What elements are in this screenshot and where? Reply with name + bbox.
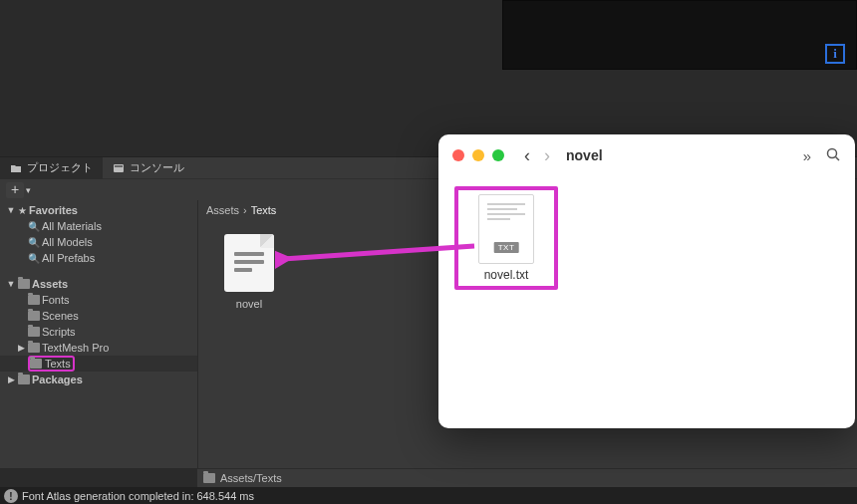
info-icon[interactable]: i (825, 44, 845, 64)
item-label: Scenes (42, 310, 79, 322)
item-label: Texts (45, 358, 71, 370)
nav-back-button[interactable]: ‹ (524, 145, 530, 166)
add-menu-caret-icon[interactable]: ▾ (26, 185, 31, 195)
folder-item-scenes[interactable]: Scenes (0, 308, 197, 324)
folder-icon (28, 327, 40, 337)
favorites-item[interactable]: 🔍All Materials (0, 218, 197, 234)
item-label: Fonts (42, 294, 70, 306)
file-badge: TXT (494, 242, 519, 253)
folder-item-scripts[interactable]: Scripts (0, 324, 197, 340)
tab-label: プロジェクト (27, 160, 93, 175)
asset-tile-novel[interactable]: novel (216, 234, 282, 310)
scene-preview-panel (502, 0, 857, 70)
scene-view: i (0, 0, 857, 156)
item-label: Scripts (42, 326, 76, 338)
tab-console[interactable]: コンソール (103, 157, 194, 179)
search-icon[interactable] (825, 146, 841, 165)
folder-icon (30, 359, 42, 369)
project-icon (10, 162, 22, 174)
favorites-header[interactable]: ▼★ Favorites (0, 202, 197, 218)
nav-forward-button[interactable]: › (544, 145, 550, 166)
breadcrumb-separator: › (243, 204, 247, 216)
folder-item-texts[interactable]: Texts (0, 356, 197, 372)
folder-icon (28, 295, 40, 305)
finder-window: ‹ › novel » TXT novel.txt (438, 134, 855, 428)
item-label: All Materials (42, 220, 102, 232)
folder-icon (18, 279, 30, 289)
text-asset-icon (224, 234, 274, 292)
asset-label: novel (236, 298, 262, 310)
favorites-item[interactable]: 🔍All Prefabs (0, 250, 197, 266)
folder-icon (28, 311, 40, 321)
path-bar: Assets/Texts (197, 468, 857, 487)
more-icon[interactable]: » (803, 147, 811, 164)
assets-header[interactable]: ▼ Assets (0, 276, 197, 292)
favorites-item[interactable]: 🔍All Models (0, 234, 197, 250)
info-icon: ! (4, 489, 18, 503)
tab-project[interactable]: プロジェクト (0, 157, 103, 179)
add-button[interactable]: + (6, 182, 24, 198)
item-label: All Prefabs (42, 252, 95, 264)
search-icon: 🔍 (28, 253, 40, 264)
status-bar: ! Font Atlas generation completed in: 64… (0, 487, 857, 504)
finder-file-novel-txt[interactable]: TXT novel.txt (462, 194, 550, 282)
window-controls (452, 149, 504, 161)
folder-icon (203, 473, 215, 483)
search-icon: 🔍 (28, 221, 40, 232)
minimize-button[interactable] (472, 149, 484, 161)
finder-titlebar: ‹ › novel » (438, 134, 855, 176)
tab-label: コンソール (130, 160, 184, 175)
breadcrumb-root[interactable]: Assets (206, 204, 239, 216)
txt-file-icon: TXT (478, 194, 534, 264)
status-text: Font Atlas generation completed in: 648.… (22, 490, 254, 502)
maximize-button[interactable] (492, 149, 504, 161)
assets-label: Assets (32, 278, 68, 290)
favorites-label: Favorites (29, 204, 78, 216)
item-label: TextMesh Pro (42, 342, 109, 354)
packages-header[interactable]: ▶ Packages (0, 372, 197, 387)
file-label: novel.txt (484, 268, 529, 282)
breadcrumb-current[interactable]: Texts (251, 204, 277, 216)
svg-point-2 (828, 148, 837, 157)
star-icon: ★ (18, 205, 27, 216)
item-label: All Models (42, 236, 93, 248)
svg-rect-1 (115, 165, 123, 167)
path-text: Assets/Texts (220, 472, 282, 484)
project-sidebar: ▼★ Favorites 🔍All Materials 🔍All Models … (0, 200, 197, 468)
packages-label: Packages (32, 374, 83, 385)
console-icon (113, 162, 125, 174)
close-button[interactable] (452, 149, 464, 161)
svg-line-3 (836, 156, 840, 160)
folder-icon (28, 343, 40, 353)
folder-icon (18, 375, 30, 384)
finder-title: novel (566, 147, 793, 163)
folder-item-fonts[interactable]: Fonts (0, 292, 197, 308)
folder-item-textmeshpro[interactable]: ▶TextMesh Pro (0, 340, 197, 356)
search-icon: 🔍 (28, 237, 40, 248)
